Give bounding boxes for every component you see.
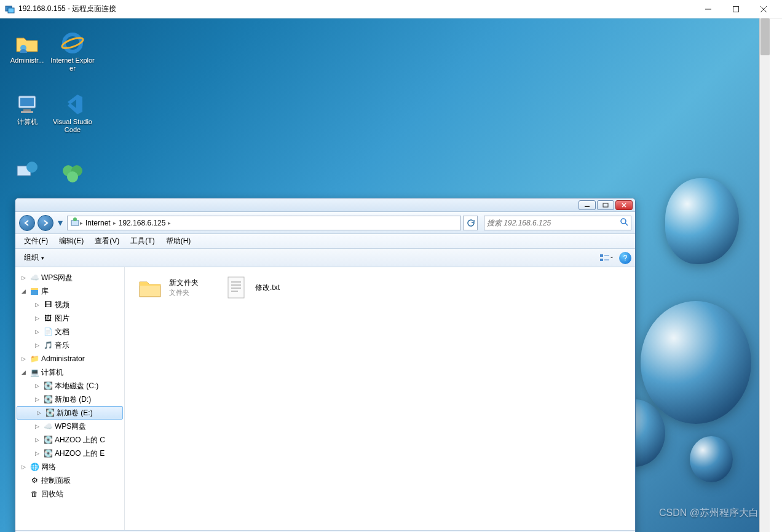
organize-button[interactable]: 组织 ▾ bbox=[19, 251, 49, 264]
menu-help[interactable]: 帮助(H) bbox=[161, 235, 196, 248]
explorer-close-button[interactable] bbox=[615, 200, 633, 210]
desktop-icon-partial2[interactable] bbox=[50, 160, 95, 186]
tree-localdisk-c[interactable]: ▷💽本地磁盘 (C:) bbox=[15, 379, 124, 393]
recyclebin-icon: 🗑 bbox=[30, 489, 39, 499]
tree-computer[interactable]: ◢💻计算机 bbox=[15, 366, 124, 379]
svg-point-17 bbox=[67, 171, 78, 182]
disk-icon: 💽 bbox=[43, 394, 53, 404]
explorer-toolbar: 组织 ▾ ? bbox=[15, 249, 635, 267]
file-name: 新文件夹 bbox=[169, 278, 199, 288]
disk-icon: 💽 bbox=[43, 381, 53, 391]
remote-desktop: Administr... Internet Explorer 计算机 Visua… bbox=[0, 18, 770, 532]
tree-libraries[interactable]: ◢库 bbox=[15, 284, 124, 298]
close-button[interactable] bbox=[749, 1, 777, 18]
svg-rect-22 bbox=[71, 221, 79, 225]
rdp-titlebar: 192.168.0.155 - 远程桌面连接 bbox=[0, 0, 782, 18]
tree-pictures[interactable]: ▷🖼图片 bbox=[15, 311, 124, 325]
watermark: CSDN @苏州程序大白 bbox=[659, 507, 759, 520]
svg-line-25 bbox=[625, 223, 628, 225]
menu-edit[interactable]: 编辑(E) bbox=[54, 235, 89, 248]
desktop-icon-computer[interactable]: 计算机 bbox=[5, 92, 49, 126]
desktop-icon-partial[interactable] bbox=[5, 160, 49, 186]
history-dropdown-button[interactable]: ▾ bbox=[56, 217, 65, 229]
svg-rect-11 bbox=[23, 109, 31, 111]
desktop-icon-label: Visual Studio Code bbox=[50, 118, 95, 134]
tree-videos[interactable]: ▷🎞视频 bbox=[15, 298, 124, 311]
tree-controlpanel[interactable]: ⚙控制面板 bbox=[15, 474, 124, 487]
tree-newvolume-e[interactable]: ▷💽新加卷 (E:) bbox=[17, 406, 123, 420]
tree-wps2[interactable]: ▷☁️WPS网盘 bbox=[15, 420, 124, 433]
picture-icon: 🖼 bbox=[43, 313, 53, 323]
desktop-icon-label: Internet Explorer bbox=[50, 57, 95, 72]
explorer-minimize-button[interactable] bbox=[579, 200, 596, 210]
network-location-icon bbox=[70, 217, 80, 229]
desktop-icon-ie[interactable]: Internet Explorer bbox=[50, 31, 95, 72]
file-type: 文件夹 bbox=[169, 288, 199, 297]
explorer-navbar: ▾ ▸ Internet ▸ 192.168.6.125 ▸ bbox=[15, 212, 635, 234]
desktop-icon-vscode[interactable]: Visual Studio Code bbox=[50, 92, 95, 134]
search-icon[interactable] bbox=[620, 217, 628, 228]
globe-monitor-icon bbox=[15, 160, 39, 184]
tree-network[interactable]: ▷🌐网络 bbox=[15, 460, 124, 474]
tree-wps[interactable]: ▷☁️WPS网盘 bbox=[15, 271, 124, 284]
svg-rect-26 bbox=[600, 254, 603, 257]
explorer-menubar: 文件(F) 编辑(E) 查看(V) 工具(T) 帮助(H) bbox=[15, 234, 635, 249]
breadcrumb-host[interactable]: 192.168.6.125 bbox=[116, 219, 168, 227]
navigation-pane[interactable]: ▷☁️WPS网盘 ◢库 ▷🎞视频 ▷🖼图片 ▷📄文档 ▷🎵音乐 ▷📁Admini… bbox=[15, 267, 125, 530]
netdisk-icon: 💽 bbox=[43, 448, 53, 458]
forward-button[interactable] bbox=[38, 215, 53, 231]
tree-ahzoo-e[interactable]: ▷💽AHZOO 上的 E bbox=[15, 447, 124, 460]
video-icon: 🎞 bbox=[43, 300, 53, 310]
view-mode-button[interactable] bbox=[594, 251, 619, 265]
tree-recyclebin[interactable]: 🗑回收站 bbox=[15, 487, 124, 501]
text-file-icon bbox=[223, 275, 249, 300]
search-input[interactable] bbox=[487, 219, 620, 227]
svg-point-23 bbox=[73, 217, 77, 221]
svg-rect-3 bbox=[733, 6, 738, 12]
file-name: 修改.txt bbox=[255, 283, 280, 293]
explorer-maximize-button[interactable] bbox=[597, 200, 614, 210]
tree-newvolume-d[interactable]: ▷💽新加卷 (D:) bbox=[15, 393, 124, 406]
netdisk-icon: 💽 bbox=[43, 435, 53, 445]
tree-administrator[interactable]: ▷📁Administrator bbox=[15, 352, 124, 366]
explorer-window: ▾ ▸ Internet ▸ 192.168.6.125 ▸ 文件(F) 编辑(… bbox=[15, 198, 636, 532]
cloud-icon: ☁️ bbox=[43, 421, 53, 431]
svg-rect-19 bbox=[603, 203, 608, 207]
menu-file[interactable]: 文件(F) bbox=[19, 235, 53, 248]
breadcrumb-separator-icon[interactable]: ▸ bbox=[168, 220, 171, 226]
refresh-button[interactable] bbox=[463, 216, 478, 230]
desktop-icon-label: Administr... bbox=[5, 57, 49, 65]
menu-tools[interactable]: 工具(T) bbox=[125, 235, 159, 248]
rdp-title: 192.168.0.155 - 远程桌面连接 bbox=[18, 4, 694, 14]
tree-music[interactable]: ▷🎵音乐 bbox=[15, 338, 124, 352]
scrollbar-thumb[interactable] bbox=[760, 18, 770, 55]
svg-rect-27 bbox=[600, 259, 603, 261]
file-item-txt[interactable]: 修改.txt bbox=[223, 275, 280, 300]
remote-scrollbar[interactable] bbox=[759, 18, 770, 532]
search-box[interactable] bbox=[484, 216, 631, 230]
tree-ahzoo-c[interactable]: ▷💽AHZOO 上的 C bbox=[15, 433, 124, 447]
content-pane[interactable]: 新文件夹 文件夹 修改.txt bbox=[125, 267, 635, 530]
maximize-button[interactable] bbox=[722, 1, 749, 18]
breadcrumb-internet[interactable]: Internet bbox=[83, 219, 113, 227]
minimize-button[interactable] bbox=[694, 1, 722, 18]
tree-documents[interactable]: ▷📄文档 bbox=[15, 325, 124, 338]
svg-point-24 bbox=[621, 219, 626, 224]
explorer-titlebar[interactable] bbox=[15, 198, 635, 212]
network-icon: 🌐 bbox=[30, 462, 39, 472]
folder-user-icon bbox=[15, 31, 39, 55]
address-bar[interactable]: ▸ Internet ▸ 192.168.6.125 ▸ bbox=[67, 216, 461, 230]
help-button[interactable]: ? bbox=[619, 252, 631, 264]
disk-icon: 💽 bbox=[45, 408, 55, 418]
file-item-folder[interactable]: 新文件夹 文件夹 bbox=[137, 275, 199, 300]
rdp-icon bbox=[5, 4, 15, 14]
cloud-icon: ☁️ bbox=[30, 273, 39, 283]
vscode-icon bbox=[60, 92, 85, 117]
back-button[interactable] bbox=[19, 215, 35, 231]
music-icon: 🎵 bbox=[43, 340, 53, 350]
desktop-icon-label: 计算机 bbox=[5, 118, 49, 126]
green-app-icon bbox=[60, 160, 85, 184]
ie-icon bbox=[60, 31, 85, 55]
menu-view[interactable]: 查看(V) bbox=[90, 235, 124, 248]
desktop-icon-administrator[interactable]: Administr... bbox=[5, 31, 49, 65]
